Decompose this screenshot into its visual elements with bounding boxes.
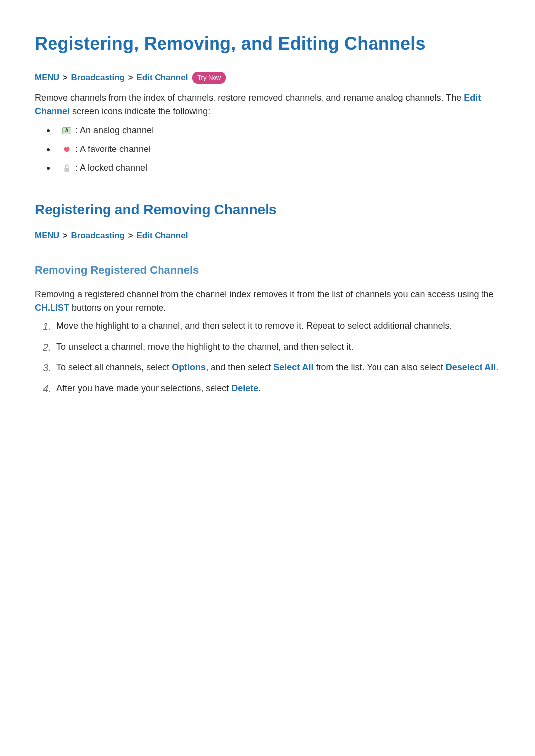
removing-text-b: buttons on your remote. — [69, 303, 166, 313]
step-4: 4. After you have made your selections, … — [43, 382, 500, 396]
keyword-options: Options — [172, 362, 206, 372]
bullet-icon — [47, 167, 50, 170]
legend-text-analog: : An analog channel — [75, 124, 154, 138]
keyword-deselect-all: Deselect All — [446, 362, 496, 372]
step-number: 2. — [43, 340, 56, 354]
page-title: Registering, Removing, and Editing Chann… — [35, 30, 500, 57]
step4-tail: . — [258, 383, 261, 393]
breadcrumb-item-edit-channel: Edit Channel — [137, 231, 188, 240]
section-heading-register-remove: Registering and Removing Channels — [35, 199, 500, 220]
step-2: 2. To unselect a channel, move the highl… — [43, 340, 500, 354]
step-number: 3. — [43, 361, 56, 375]
heart-icon — [61, 145, 72, 154]
breadcrumb-sep: > — [63, 73, 68, 82]
keyword-select-all: Select All — [273, 362, 313, 372]
step3-mid1: , and then select — [206, 362, 273, 372]
breadcrumb-sep: > — [63, 231, 68, 240]
subheading-removing-registered: Removing Registered Channels — [35, 262, 500, 279]
icon-legend-list: A : An analog channel : A favorite chann… — [47, 124, 500, 175]
step-1: 1. Move the highlight to a channel, and … — [43, 319, 500, 333]
breadcrumb-2: MENU > Broadcasting > Edit Channel — [35, 229, 500, 242]
intro-text: Remove channels from the index of channe… — [35, 93, 464, 102]
legend-text-locked: : A locked channel — [75, 161, 147, 175]
step-text: To unselect a channel, move the highligh… — [56, 340, 500, 354]
step3-tail: . — [496, 362, 498, 372]
removing-text-a: Removing a registered channel from the c… — [35, 289, 494, 299]
removing-paragraph: Removing a registered channel from the c… — [35, 288, 500, 315]
step-number: 1. — [43, 319, 56, 333]
steps-list: 1. Move the highlight to a channel, and … — [43, 319, 500, 396]
intro-paragraph: Remove channels from the index of channe… — [35, 91, 500, 119]
breadcrumb-sep: > — [128, 231, 133, 240]
step-text: To select all channels, select Options, … — [56, 361, 500, 375]
chlist-strong: CH.LIST — [35, 303, 69, 313]
breadcrumb-item-edit-channel: Edit Channel — [137, 73, 188, 82]
step-3: 3. To select all channels, select Option… — [43, 361, 500, 375]
analog-icon: A — [61, 126, 72, 135]
step3-mid2: from the list. You can also select — [314, 362, 446, 372]
step-text: Move the highlight to a channel, and the… — [56, 319, 500, 333]
breadcrumb-item-menu: MENU — [35, 231, 59, 240]
breadcrumb-item-menu: MENU — [35, 73, 59, 82]
bullet-icon — [47, 148, 50, 151]
lock-icon — [61, 164, 72, 173]
keyword-delete: Delete — [231, 383, 258, 393]
bullet-icon — [47, 129, 50, 132]
legend-item-locked: : A locked channel — [47, 161, 500, 175]
breadcrumb-1: MENU > Broadcasting > Edit Channel Try N… — [35, 71, 500, 84]
legend-item-favorite: : A favorite channel — [47, 143, 500, 156]
legend-text-favorite: : A favorite channel — [75, 143, 151, 156]
legend-item-analog: A : An analog channel — [47, 124, 500, 138]
try-now-badge[interactable]: Try Now — [192, 72, 226, 84]
step4-pre: After you have made your selections, sel… — [56, 383, 231, 393]
intro-text-tail: screen icons indicate the following: — [70, 106, 210, 116]
breadcrumb-sep: > — [128, 73, 133, 82]
breadcrumb-item-broadcasting: Broadcasting — [71, 231, 125, 240]
breadcrumb-item-broadcasting: Broadcasting — [71, 73, 125, 82]
analog-icon-glyph: A — [62, 127, 71, 134]
step-number: 4. — [43, 382, 56, 396]
step-text: After you have made your selections, sel… — [56, 382, 500, 396]
step3-pre: To select all channels, select — [56, 362, 172, 372]
